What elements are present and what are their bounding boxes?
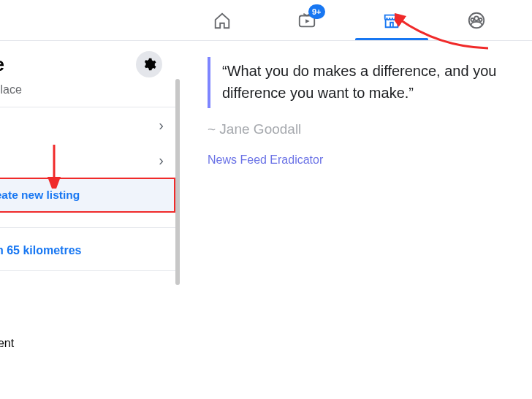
search-marketplace[interactable]: arketplace	[0, 80, 175, 107]
category-item-ds[interactable]: ds	[0, 359, 175, 390]
groups-icon	[467, 11, 486, 30]
nav-tab-home[interactable]	[183, 0, 262, 40]
quote-text: “What you do makes a difference, and you…	[222, 60, 532, 104]
gear-icon	[142, 57, 156, 72]
sidebar-header: lace	[0, 41, 175, 80]
nav-tab-watch[interactable]: 9+	[267, 0, 346, 40]
create-new-listing-label: Create new listing	[0, 189, 80, 202]
svg-point-5	[479, 18, 482, 21]
news-feed-eradicator-link[interactable]: News Feed Eradicator	[208, 153, 532, 167]
page-title: lace	[0, 53, 4, 76]
sidebar-item-1[interactable]: ›	[0, 107, 175, 142]
settings-button[interactable]	[136, 51, 162, 77]
top-nav-tabs: 9+	[175, 0, 532, 40]
main-feed: “What you do makes a difference, and you…	[180, 41, 532, 399]
create-new-listing-button[interactable]: + Create new listing	[0, 178, 175, 213]
sidebar-item-2[interactable]: ›	[0, 142, 175, 178]
category-item-rent[interactable]: y for rent	[0, 328, 175, 359]
sidebar: lace arketplace › › + Create new listing…	[0, 41, 175, 399]
svg-point-4	[471, 18, 474, 21]
filter-distance-link[interactable]: Within 65 kilometres	[0, 228, 175, 270]
home-icon	[213, 11, 232, 30]
nav-tab-groups[interactable]	[437, 0, 516, 40]
watch-badge: 9+	[308, 4, 325, 19]
quote-block: “What you do makes a difference, and you…	[208, 57, 532, 108]
svg-marker-1	[305, 19, 310, 23]
quote-author: ~ Jane Goodall	[208, 121, 532, 137]
svg-point-3	[474, 16, 479, 20]
chevron-right-icon: ›	[159, 152, 164, 169]
marketplace-icon	[382, 11, 401, 30]
nav-tab-marketplace[interactable]	[352, 0, 431, 40]
categories-list: y for rent ds	[0, 328, 175, 390]
chevron-right-icon: ›	[159, 117, 164, 134]
top-nav: 9+	[0, 0, 532, 41]
